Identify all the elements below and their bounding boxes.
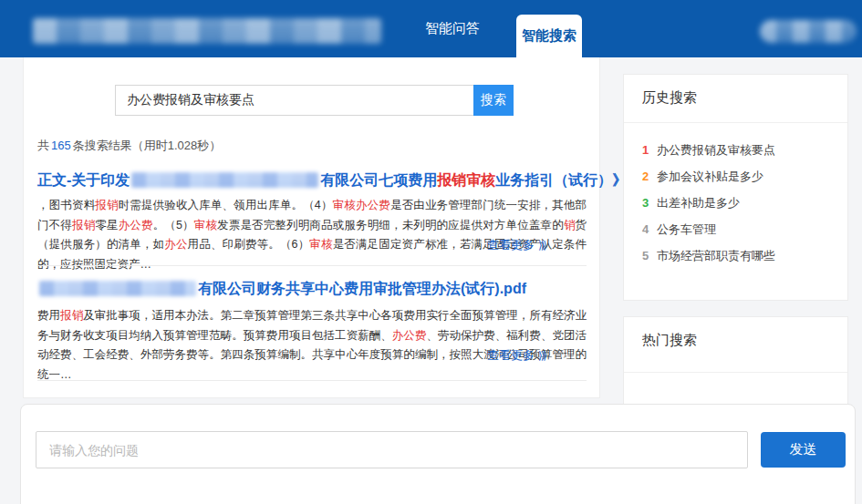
history-item[interactable]: 1 办公费报销及审核要点	[642, 137, 775, 163]
triple-chevron-icon: ⟩⟩⟩	[535, 349, 545, 362]
tab-smart-qa-label: 智能问答	[425, 20, 480, 37]
tab-smart-qa[interactable]: 智能问答	[407, 0, 498, 57]
result-snippet: ，图书资料报销时需提供验收入库单、领用出库单。（4）审核办公费是否由业务管理部门…	[37, 196, 587, 274]
history-search-panel: 历史搜索 1 办公费报销及审核要点 2 参加会议补贴是多少 3 出差补助是多少 …	[623, 74, 848, 301]
send-button[interactable]: 发送	[761, 432, 846, 468]
view-more-link[interactable]: 查看更多⟩⟩⟩	[487, 347, 545, 364]
rank-number: 5	[642, 249, 657, 262]
history-item[interactable]: 5 市场经营部职责有哪些	[642, 242, 775, 269]
redacted-logo	[33, 18, 381, 44]
triple-chevron-icon: ⟩⟩⟩	[535, 239, 545, 252]
results-count-number: 165	[49, 139, 73, 152]
redacted-text	[131, 172, 318, 188]
search-button[interactable]: 搜索	[473, 85, 514, 116]
question-input-panel: 发送	[20, 404, 856, 504]
rank-number: 3	[642, 196, 657, 210]
divider	[624, 122, 847, 123]
history-item-label: 公务车管理	[657, 221, 716, 238]
history-item[interactable]: 2 参加会议补贴是多少	[642, 163, 775, 190]
rank-number: 4	[642, 222, 657, 236]
redacted-text	[39, 281, 196, 296]
result-title-link[interactable]: 有限公司财务共享中心费用审批管理办法(试行).pdf	[37, 279, 585, 299]
history-item-label: 参加会议补贴是多少	[657, 169, 763, 185]
question-input[interactable]	[36, 431, 748, 468]
history-item-label: 办公费报销及审核要点	[657, 142, 775, 159]
header-bar: 智能问答 智能搜索	[0, 0, 862, 57]
view-more-label: 查看更多	[487, 348, 535, 362]
search-results-panel: 搜索 共165条搜索结果（用时1.028秒） 正文-关于印发有限公司七项费用报销…	[23, 57, 600, 398]
history-item[interactable]: 3 出差补助是多少	[642, 190, 775, 216]
history-item-label: 市场经营部职责有哪些	[657, 248, 775, 264]
tab-smart-search[interactable]: 智能搜索	[516, 15, 582, 57]
history-item[interactable]: 4 公务车管理	[642, 216, 775, 242]
results-count-prefix: 共	[37, 139, 49, 152]
result-divider	[37, 380, 587, 381]
result-snippet: 费用报销及审批事项，适用本办法。第二章预算管理第三条共享中心各项费用实行全面预算…	[37, 306, 587, 385]
result-divider	[37, 265, 587, 266]
view-more-label: 查看更多	[487, 238, 535, 252]
history-search-title: 历史搜索	[642, 89, 697, 107]
hot-search-panel: 热门搜索	[623, 316, 848, 417]
results-count-suffix: 条搜索结果（用时1.028秒）	[73, 139, 222, 152]
rank-number: 1	[642, 143, 657, 157]
history-search-list: 1 办公费报销及审核要点 2 参加会议补贴是多少 3 出差补助是多少 4 公务车…	[642, 137, 775, 269]
divider	[624, 372, 847, 373]
results-count: 共165条搜索结果（用时1.028秒）	[37, 138, 221, 154]
rank-number: 2	[642, 170, 657, 183]
result-title-link[interactable]: 正文-关于印发有限公司七项费用报销审核业务指引（试行）》的通知.pdf	[37, 170, 585, 190]
view-more-link[interactable]: 查看更多⟩⟩⟩	[487, 237, 545, 253]
redacted-user-info	[760, 20, 857, 43]
search-input[interactable]	[115, 85, 473, 116]
hot-search-title: 热门搜索	[642, 332, 697, 349]
history-item-label: 出差补助是多少	[657, 195, 740, 211]
tab-smart-search-label: 智能搜索	[522, 27, 576, 45]
